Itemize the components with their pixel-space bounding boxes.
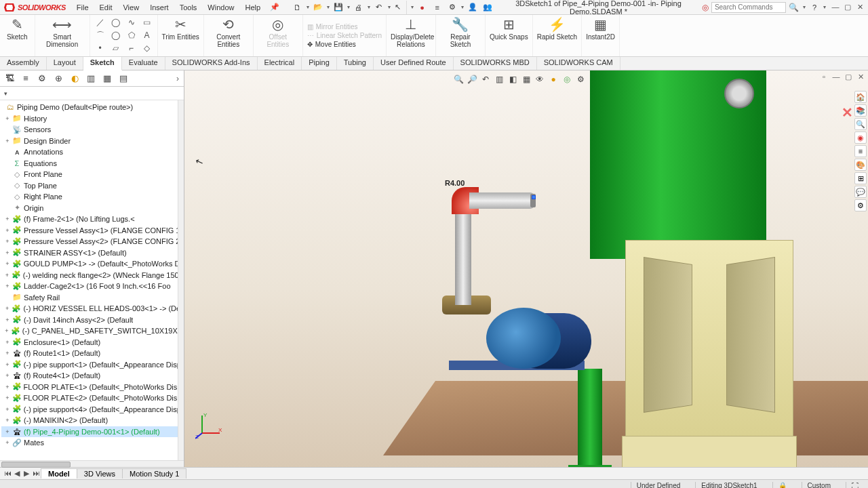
- cmd-repair[interactable]: 🔧 Repair Sketch: [436, 15, 486, 56]
- expand-icon[interactable]: +: [4, 350, 11, 357]
- fm-tab-7-icon[interactable]: ▦: [99, 72, 115, 85]
- tree-row[interactable]: +🛣(f) Pipe_4-Piping Demo-001<1> (Default…: [1, 426, 184, 438]
- print-icon[interactable]: 🖨: [351, 1, 366, 14]
- rect-icon[interactable]: ▭: [140, 16, 155, 28]
- tab-layout[interactable]: Layout: [47, 57, 83, 70]
- tab-piping[interactable]: Piping: [302, 57, 337, 70]
- menu-window[interactable]: Window: [202, 3, 239, 12]
- print-dd[interactable]: ▾: [366, 4, 372, 10]
- view-tab-model[interactable]: Model: [41, 468, 77, 479]
- maximize-icon[interactable]: ▢: [842, 3, 853, 12]
- point-icon[interactable]: •: [93, 42, 108, 54]
- menu-edit[interactable]: Edit: [94, 3, 118, 12]
- spline-icon[interactable]: ∿: [124, 16, 139, 28]
- tree-row[interactable]: ᴀAnnotations: [1, 146, 184, 158]
- view-tab-motion[interactable]: Motion Study 1: [122, 468, 186, 479]
- rebuild2-icon[interactable]: ≡: [430, 1, 445, 14]
- menu-help[interactable]: Help: [239, 3, 266, 12]
- menu-tools[interactable]: Tools: [174, 3, 203, 12]
- status-maximize-icon[interactable]: ⛶: [846, 482, 864, 488]
- dimension-r4[interactable]: R4.00: [445, 179, 465, 187]
- tree-row[interactable]: +🧩(-) Davit 14inch Assy<2> (Default: [1, 314, 184, 326]
- tree-row[interactable]: ◇Top Plane: [1, 180, 184, 192]
- tree-row[interactable]: +🧩GOULD PUMP<1> -> (Default<_PhotoWorks …: [1, 258, 184, 270]
- poly-icon[interactable]: ⬠: [124, 29, 139, 41]
- fm-tab-disp-icon[interactable]: ◐: [66, 72, 83, 85]
- horizontal-pipe[interactable]: [469, 192, 534, 209]
- search-input[interactable]: [711, 2, 786, 13]
- tree-row[interactable]: +🧩FLOOR PLATE<2> (Default<_PhotoWorks Di…: [1, 392, 184, 404]
- expand-icon[interactable]: +: [4, 384, 11, 390]
- open-dd[interactable]: ▾: [326, 4, 331, 10]
- cmd-move[interactable]: ✥Move Entities: [307, 41, 382, 48]
- text-icon[interactable]: A: [140, 29, 155, 41]
- expand-icon[interactable]: +: [4, 439, 11, 446]
- save-dd[interactable]: ▾: [346, 4, 351, 10]
- circle-icon[interactable]: ◯: [108, 16, 123, 28]
- status-units[interactable]: Custom: [802, 482, 836, 488]
- tab-addins[interactable]: SOLIDWORKS Add-Ins: [165, 57, 258, 70]
- tree-root[interactable]: 🗂 Piping Demo (Default<Pipe route>): [1, 102, 184, 113]
- tree-row[interactable]: +🧩Enclosure<1> (Default): [1, 337, 184, 348]
- menu-file[interactable]: File: [71, 3, 94, 12]
- expand-icon[interactable]: +: [4, 372, 11, 379]
- tree-row[interactable]: ◇Right Plane: [1, 191, 184, 203]
- fm-expand-icon[interactable]: ›: [173, 72, 182, 85]
- options-icon[interactable]: ⚙: [445, 1, 460, 14]
- tree-row[interactable]: +🛣(f) Route1<1> (Default): [1, 348, 184, 359]
- tree-row[interactable]: 📡Sensors: [1, 124, 184, 136]
- user2-icon[interactable]: 👥: [480, 1, 495, 14]
- select-dd[interactable]: ▾: [410, 4, 415, 10]
- expand-icon[interactable]: +: [4, 394, 11, 401]
- expand-icon[interactable]: +: [4, 417, 11, 424]
- tree-row[interactable]: 📁Safety Rail: [1, 292, 184, 304]
- tab-electrical[interactable]: Electrical: [258, 57, 302, 70]
- status-lock-icon[interactable]: 🔒: [772, 482, 792, 488]
- expand-icon[interactable]: +: [4, 283, 11, 289]
- menu-insert[interactable]: Insert: [144, 3, 174, 12]
- expand-icon[interactable]: +: [4, 249, 11, 256]
- select-icon[interactable]: ↖: [392, 1, 407, 14]
- expand-icon[interactable]: +: [4, 115, 11, 122]
- open-icon[interactable]: 📂: [311, 1, 326, 14]
- fm-tab-prop-icon[interactable]: ≡: [18, 72, 34, 85]
- tree-row[interactable]: +🧩(-) pipe support<4> (Default<_Appearan…: [1, 404, 184, 415]
- menu-view[interactable]: View: [117, 3, 144, 12]
- graphics-area[interactable]: 🔍 🔎 ↶ ▥ ◧ ▦ 👁 ● ◎ ⚙ ▬ ▫ — ▢ ✕ ✕ 🏠 📚 🔍 ◉ …: [184, 70, 868, 467]
- fm-tab-config-icon[interactable]: ⚙: [34, 72, 50, 85]
- search-icon[interactable]: 🔍: [789, 3, 799, 12]
- cmd-rapid-sketch[interactable]: ⚡ Rapid Sketch: [533, 15, 582, 56]
- search-target-icon[interactable]: ◎: [702, 3, 709, 12]
- cmd-instant2d[interactable]: ▦ Instant2D: [582, 15, 620, 56]
- search-dd[interactable]: ▾: [802, 4, 807, 10]
- line-icon[interactable]: ／: [93, 16, 108, 28]
- cmd-convert[interactable]: ⟲ Convert Entities: [204, 15, 254, 56]
- tree-row[interactable]: ΣEquations: [1, 158, 184, 169]
- expand-icon[interactable]: +: [4, 339, 11, 346]
- tree-row[interactable]: +🧩STRAINER ASSY<1> (Default): [1, 247, 184, 259]
- cmd-trim[interactable]: ✂ Trim Entities: [158, 15, 204, 56]
- tree-row[interactable]: ◇Front Plane: [1, 169, 184, 180]
- tree-row[interactable]: ✦Origin: [1, 203, 184, 214]
- tree-row[interactable]: +🧩Pressure Vessel Assy<2> (FLANGE CONFIG…: [1, 236, 184, 247]
- expand-icon[interactable]: +: [4, 406, 11, 413]
- tab-prev-icon[interactable]: ◀: [12, 469, 22, 478]
- fm-tab-dim-icon[interactable]: ⊕: [50, 72, 66, 85]
- tab-cam[interactable]: SOLIDWORKS CAM: [537, 57, 620, 70]
- undo-dd[interactable]: ▾: [387, 4, 392, 10]
- fm-tab-6-icon[interactable]: ▥: [83, 72, 99, 85]
- slot-icon[interactable]: ▱: [108, 42, 123, 54]
- expand-icon[interactable]: +: [4, 305, 10, 312]
- expand-icon[interactable]: +: [4, 327, 9, 334]
- expand-icon[interactable]: +: [4, 216, 11, 222]
- tree-row[interactable]: +🔗Mates: [1, 437, 184, 449]
- save-icon[interactable]: 💾: [331, 1, 346, 14]
- tree-row[interactable]: +🧩(-) welding neck flange<2> (WNeck Flan…: [1, 270, 184, 281]
- tab-last-icon[interactable]: ⏭: [31, 469, 41, 478]
- expand-icon[interactable]: +: [4, 428, 11, 435]
- tab-tubing[interactable]: Tubing: [337, 57, 374, 70]
- tree-row[interactable]: +🧩(f) Frame-2<1> (No Lifting Lugs.<: [1, 214, 184, 225]
- expand-icon[interactable]: +: [4, 361, 11, 368]
- cmd-smart-dimension[interactable]: ⟷ Smart Dimension: [35, 15, 90, 56]
- help-dd[interactable]: ▾: [822, 4, 827, 10]
